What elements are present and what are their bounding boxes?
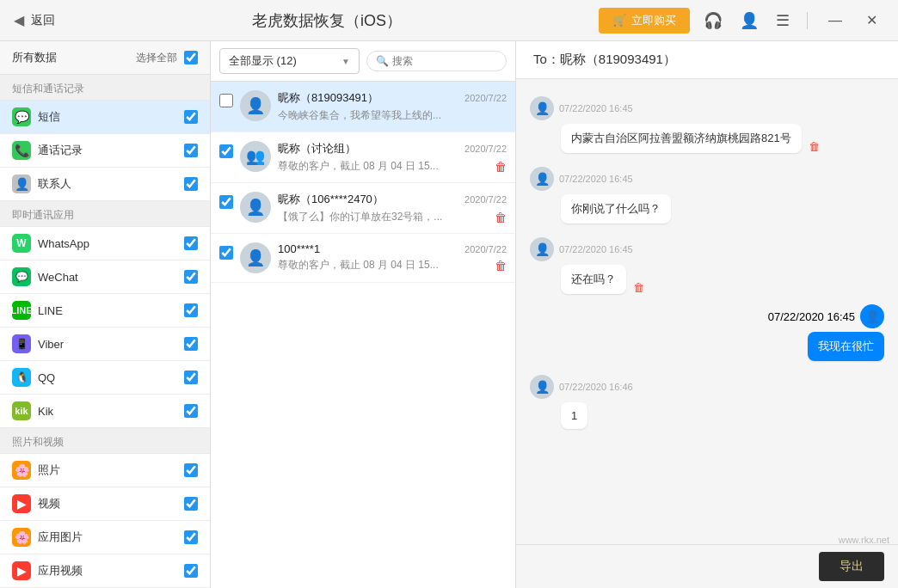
msg-content-3: 昵称（106****2470） 2020/7/22 【饿了么】你的订单放在32号… <box>278 192 507 224</box>
whatsapp-icon: W <box>12 234 31 253</box>
message-item[interactable]: 👤 昵称（106****2470） 2020/7/22 【饿了么】你的订单放在3… <box>211 183 515 234</box>
section-title-im: 即时通讯应用 <box>0 201 210 227</box>
line-label: LINE <box>38 304 184 317</box>
message-list: 👤 昵称（819093491） 2020/7/22 今晚峡谷集合，我希望等我上线… <box>211 82 515 588</box>
chat-message-1: 👤 07/22/2020 16:45 内蒙古自治区阿拉善盟额济纳旗桃园路821号… <box>530 93 884 153</box>
search-icon: 🔍 <box>376 55 389 67</box>
photo-checkbox[interactable] <box>184 463 198 477</box>
sms-label: 短信 <box>38 109 184 125</box>
msg-check-4[interactable] <box>219 246 233 260</box>
whatsapp-checkbox[interactable] <box>184 236 198 250</box>
buy-button[interactable]: 🛒 立即购买 <box>599 8 690 34</box>
sidebar-item-kik[interactable]: kik Kik <box>0 395 210 428</box>
msg-content-2: 昵称（讨论组） 2020/7/22 尊敬的客户，截止 08 月 04 日 15.… <box>278 141 507 174</box>
msg-check-3[interactable] <box>219 195 233 209</box>
chat-bubble-2: 你刚说了什么吗？ <box>561 194 671 224</box>
qq-checkbox[interactable] <box>184 371 198 384</box>
search-input[interactable] <box>392 55 497 67</box>
sidebar-item-call[interactable]: 📞 通话记录 <box>0 134 210 168</box>
msg-delete-2[interactable]: 🗑 <box>495 160 507 174</box>
chat-ts-5: 07/22/2020 16:46 <box>559 382 633 392</box>
titlebar-right: 🛒 立即购买 🎧 👤 ☰ — ✕ <box>599 8 884 34</box>
section-title-sms: 短信和通话记录 <box>0 75 210 101</box>
whatsapp-label: WhatsApp <box>38 237 184 250</box>
line-checkbox[interactable] <box>184 303 198 317</box>
call-checkbox[interactable] <box>184 144 198 157</box>
sidebar-item-whatsapp[interactable]: W WhatsApp <box>0 227 210 260</box>
bubble-delete-1[interactable]: 🗑 <box>809 140 820 153</box>
chat-message-3: 👤 07/22/2020 16:45 还在吗？ 🗑 <box>530 234 884 294</box>
msg-avatar-2: 👥 <box>240 141 271 172</box>
appimg-checkbox[interactable] <box>184 530 198 544</box>
user-icon-button[interactable]: 👤 <box>736 8 762 34</box>
msg-name-4: 100****1 <box>278 242 320 255</box>
msg-avatar-3: 👤 <box>240 192 271 223</box>
sms-checkbox[interactable] <box>184 110 198 124</box>
sidebar-item-appimg[interactable]: 🌸 应用图片 <box>0 521 210 554</box>
msg-time-3: 2020/7/22 <box>464 194 507 205</box>
main-container: 所有数据 选择全部 短信和通话记录 💬 短信 📞 通话记录 👤 联系人 即时通讯… <box>0 41 898 588</box>
section-title-media: 照片和视频 <box>0 428 210 454</box>
sidebar: 所有数据 选择全部 短信和通话记录 💬 短信 📞 通话记录 👤 联系人 即时通讯… <box>0 41 211 588</box>
bubble-delete-3[interactable]: 🗑 <box>633 281 644 294</box>
sidebar-item-qq[interactable]: 🐧 QQ <box>0 361 210 395</box>
chat-avatar-5: 👤 <box>530 375 554 399</box>
msg-time-4: 2020/7/22 <box>464 244 507 254</box>
filter-label: 全部显示 (12) <box>229 53 297 69</box>
export-button[interactable]: 导出 <box>819 552 884 581</box>
sidebar-item-photo[interactable]: 🌸 照片 <box>0 454 210 487</box>
chat-bubble-4: 我现在很忙 <box>808 332 884 361</box>
msg-delete-3[interactable]: 🗑 <box>495 211 507 224</box>
message-item[interactable]: 👥 昵称（讨论组） 2020/7/22 尊敬的客户，截止 08 月 04 日 1… <box>211 132 515 183</box>
headset-icon-button[interactable]: 🎧 <box>700 8 726 34</box>
chat-avatar-2: 👤 <box>530 167 554 191</box>
back-button[interactable]: ◀ 返回 <box>14 12 55 28</box>
sidebar-header: 所有数据 选择全部 <box>0 41 210 75</box>
msg-check-1[interactable] <box>219 94 233 107</box>
filter-dropdown[interactable]: 全部显示 (12) ▼ <box>219 48 360 74</box>
chat-ts-3: 07/22/2020 16:45 <box>559 244 633 254</box>
call-icon: 📞 <box>12 141 31 160</box>
sidebar-item-line[interactable]: LINE LINE <box>0 294 210 328</box>
qq-label: QQ <box>38 371 184 384</box>
msg-delete-4[interactable]: 🗑 <box>495 259 507 273</box>
close-button[interactable]: ✕ <box>859 9 884 32</box>
win-divider <box>807 12 808 29</box>
photo-label: 照片 <box>38 462 184 478</box>
call-label: 通话记录 <box>38 143 184 158</box>
viber-icon: 📱 <box>12 334 31 353</box>
menu-icon-button[interactable]: ☰ <box>772 8 793 34</box>
sidebar-item-appvideo[interactable]: ▶ 应用视频 <box>0 554 210 588</box>
contact-checkbox[interactable] <box>184 177 198 191</box>
middle-panel: 全部显示 (12) ▼ 🔍 👤 昵称（819093491） 2020/7/22 <box>211 41 516 588</box>
sidebar-item-video[interactable]: ▶ 视频 <box>0 487 210 521</box>
viber-checkbox[interactable] <box>184 337 198 351</box>
chat-panel: To：昵称（819093491） 👤 07/22/2020 16:45 内蒙古自… <box>516 41 898 544</box>
back-icon: ◀ <box>14 12 24 28</box>
sidebar-item-viber[interactable]: 📱 Viber <box>0 328 210 361</box>
wechat-label: WeChat <box>38 271 184 284</box>
chat-avatar-sent: 👤 <box>860 304 884 328</box>
video-checkbox[interactable] <box>184 497 198 511</box>
appvideo-checkbox[interactable] <box>184 564 198 578</box>
select-all-label: 选择全部 <box>136 51 177 65</box>
msg-time-2: 2020/7/22 <box>464 144 507 154</box>
sidebar-item-wechat[interactable]: 💬 WeChat <box>0 260 210 294</box>
video-label: 视频 <box>38 496 184 511</box>
msg-check-2[interactable] <box>219 144 233 158</box>
kik-icon: kik <box>12 401 31 420</box>
chat-avatar-3: 👤 <box>530 237 554 261</box>
minimize-button[interactable]: — <box>821 9 849 32</box>
message-item[interactable]: 👤 昵称（819093491） 2020/7/22 今晚峡谷集合，我希望等我上线… <box>211 82 515 132</box>
sidebar-item-sms[interactable]: 💬 短信 <box>0 101 210 134</box>
kik-checkbox[interactable] <box>184 404 198 418</box>
select-all-checkbox[interactable] <box>184 51 198 64</box>
message-item[interactable]: 👤 100****1 2020/7/22 尊敬的客户，截止 08 月 04 日 … <box>211 234 515 283</box>
search-bar: 🔍 <box>366 51 507 71</box>
wechat-checkbox[interactable] <box>184 270 198 284</box>
wechat-icon: 💬 <box>12 267 31 286</box>
dropdown-arrow-icon: ▼ <box>341 57 350 66</box>
sidebar-item-contact[interactable]: 👤 联系人 <box>0 168 210 201</box>
contact-label: 联系人 <box>38 176 184 192</box>
back-label: 返回 <box>31 13 55 28</box>
